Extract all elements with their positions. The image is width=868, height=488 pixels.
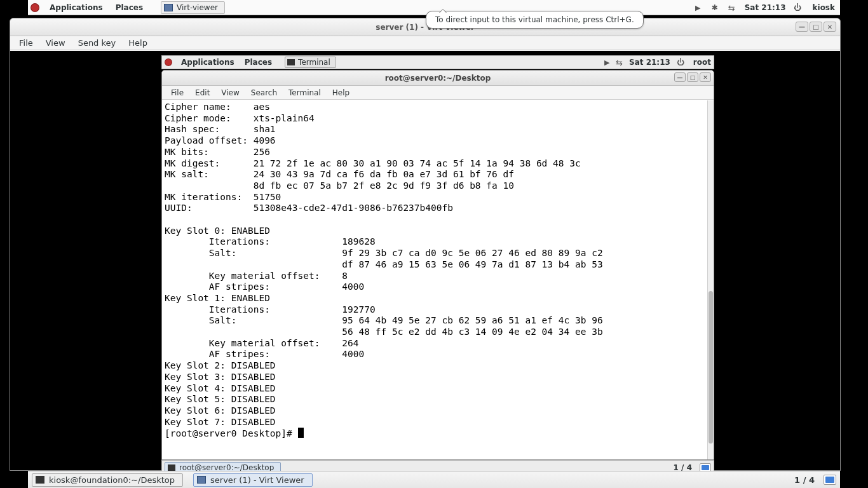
guest-user-label[interactable]: root: [693, 58, 711, 67]
terminal-icon: [168, 464, 175, 471]
applications-menu[interactable]: Applications: [43, 3, 109, 12]
guest-network-icon[interactable]: [616, 58, 623, 67]
menu-file[interactable]: File: [14, 37, 38, 49]
terminal-window: root@server0:~/Desktop — □ ✕ File Edit V…: [161, 70, 714, 460]
terminal-close-button[interactable]: ✕: [700, 72, 711, 82]
guest-taskbar-item-terminal[interactable]: Terminal: [285, 57, 336, 68]
terminal-menu-terminal[interactable]: Terminal: [283, 87, 326, 98]
terminal-minimize-button[interactable]: —: [674, 72, 686, 82]
terminal-title: root@server0:~/Desktop: [385, 74, 491, 83]
virt-viewer-icon: [164, 4, 173, 11]
host-task-virt-viewer[interactable]: server (1) - Virt Viewer: [193, 473, 313, 487]
host-workspace-indicator: 1 / 4: [789, 475, 820, 485]
terminal-menubar: File Edit View Search Terminal Help: [162, 86, 714, 100]
terminal-menu-view[interactable]: View: [216, 87, 244, 98]
host-task-kiosk-terminal[interactable]: kiosk@foundation0:~/Desktop: [32, 473, 183, 487]
maximize-button[interactable]: □: [810, 22, 822, 32]
terminal-menu-help[interactable]: Help: [327, 87, 355, 98]
clock[interactable]: Sat 21:13: [745, 3, 786, 12]
fedora-logo-icon: [31, 3, 39, 12]
scrollbar-thumb[interactable]: [709, 291, 713, 444]
virt-viewer-titlebar[interactable]: server (1) - Virt Viewer — □ ✕: [10, 18, 840, 36]
terminal-menu-edit[interactable]: Edit: [190, 87, 215, 98]
guest-volume-icon[interactable]: [604, 58, 609, 67]
terminal-menu-search[interactable]: Search: [246, 87, 282, 98]
system-tray: Sat 21:13 kiosk: [695, 3, 837, 12]
minimize-button[interactable]: —: [796, 22, 808, 32]
terminal-menu-file[interactable]: File: [166, 87, 189, 98]
terminal-icon: [36, 476, 44, 484]
fedora-logo-icon: [165, 58, 172, 66]
close-button[interactable]: ✕: [824, 22, 836, 32]
virt-viewer-icon: [197, 476, 206, 484]
user-label[interactable]: kiosk: [813, 3, 835, 12]
task-label: server (1) - Virt Viewer: [210, 475, 304, 485]
guest-clock[interactable]: Sat 21:13: [629, 58, 670, 67]
task-label: kiosk@foundation0:~/Desktop: [49, 475, 175, 485]
guest-shutdown-icon[interactable]: [677, 58, 684, 67]
host-bottom-panel: kiosk@foundation0:~/Desktop server (1) -…: [28, 471, 840, 488]
host-workspace-switcher[interactable]: [824, 475, 836, 485]
terminal-scrollbar[interactable]: [707, 100, 714, 459]
terminal-output: Cipher name: aes Cipher mode: xts-plain6…: [165, 102, 705, 440]
terminal-maximize-button[interactable]: □: [687, 72, 698, 82]
places-menu[interactable]: Places: [109, 3, 149, 12]
terminal-titlebar[interactable]: root@server0:~/Desktop — □ ✕: [162, 71, 714, 86]
bluetooth-icon[interactable]: [712, 3, 721, 12]
volume-icon[interactable]: [695, 3, 704, 12]
guest-applications-menu[interactable]: Applications: [176, 58, 240, 67]
terminal-icon: [287, 59, 295, 65]
input-grab-tooltip: To direct input to this virtual machine,…: [426, 11, 644, 29]
taskbar-item-virt-viewer[interactable]: Virt-viewer: [161, 1, 225, 14]
task-label: Virt-viewer: [177, 3, 218, 12]
guest-places-menu[interactable]: Places: [240, 58, 277, 67]
menu-help[interactable]: Help: [123, 37, 153, 49]
network-icon[interactable]: [728, 3, 737, 12]
guest-top-panel: Applications Places Terminal Sat 21:13 r…: [161, 55, 714, 69]
menu-sendkey[interactable]: Send key: [73, 37, 121, 49]
task-label: Terminal: [298, 58, 330, 67]
virt-viewer-window: server (1) - Virt Viewer — □ ✕ File View…: [10, 18, 841, 471]
terminal-body[interactable]: Cipher name: aes Cipher mode: xts-plain6…: [162, 100, 707, 459]
menu-view[interactable]: View: [41, 37, 71, 49]
virt-viewer-menubar: File View Send key Help: [10, 36, 840, 50]
guest-display[interactable]: Applications Places Terminal Sat 21:13 r…: [10, 51, 840, 470]
shutdown-icon[interactable]: [794, 3, 803, 12]
